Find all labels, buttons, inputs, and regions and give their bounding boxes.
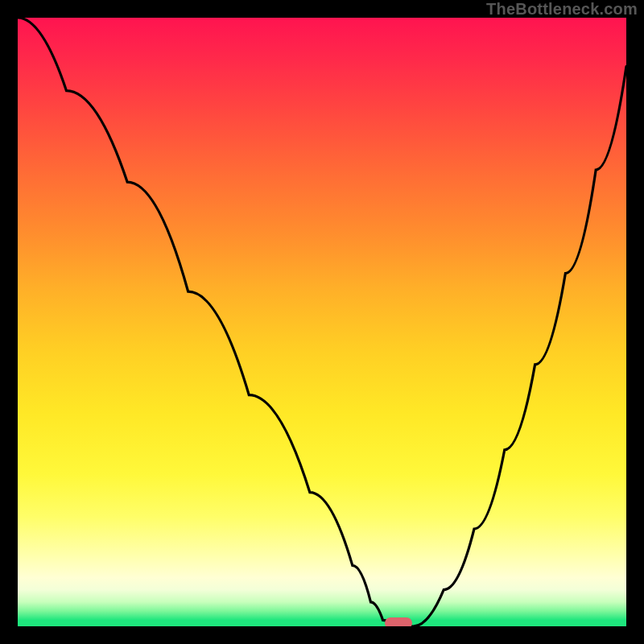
plot-area — [18, 18, 626, 626]
chart-frame: TheBottleneck.com — [0, 0, 644, 644]
bottleneck-curve — [18, 18, 626, 626]
watermark-text: TheBottleneck.com — [486, 0, 638, 19]
optimal-marker — [385, 617, 412, 626]
curve-layer — [18, 18, 626, 626]
